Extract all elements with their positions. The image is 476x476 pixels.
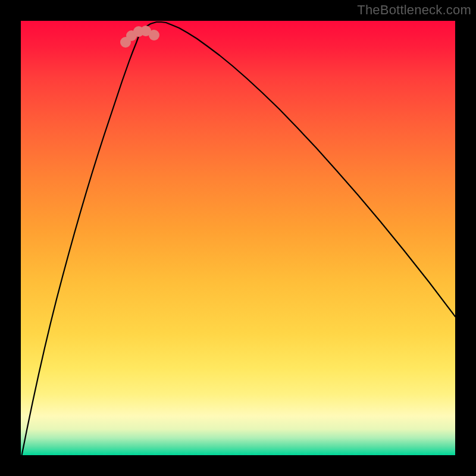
attribution-text: TheBottleneck.com [357,2,471,18]
gradient-background [21,21,455,455]
chart-area [21,21,455,455]
outer-frame: TheBottleneck.com [0,0,476,476]
